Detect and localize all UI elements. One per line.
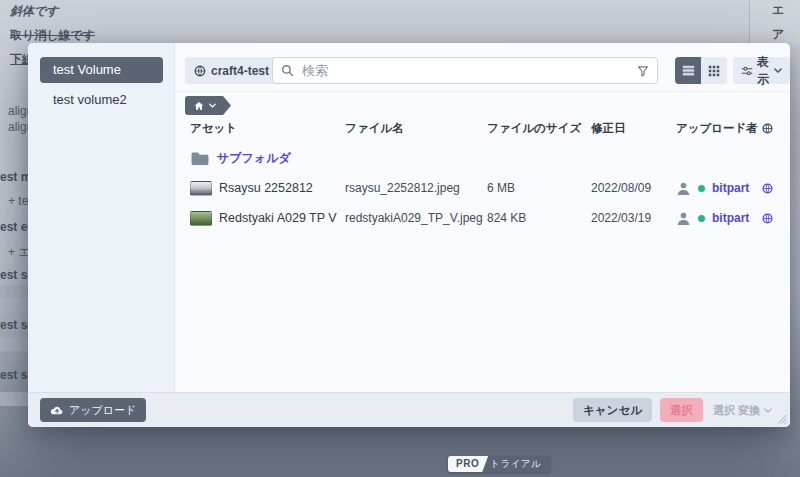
folder-icon [190,151,210,166]
asset-thumbnail [190,211,212,226]
asset-filename: redstyakiA029_TP_V.jpeg [345,211,487,225]
chevron-down-icon [209,103,216,108]
table-header-row: アセット ファイル名 ファイルのサイズ 修正日 アップロード者 [175,115,790,141]
source-select-label: craft4-test [211,64,269,78]
home-icon [194,101,204,111]
filter-icon[interactable] [637,65,649,77]
chevron-down-icon [764,408,772,413]
user-avatar-icon [676,181,691,196]
bg-strikethrough-sample: 取り消し線です [10,27,95,44]
globe-icon[interactable] [762,183,790,194]
resize-handle[interactable] [778,415,787,424]
asset-filesize: 6 MB [487,181,591,195]
col-header-filesize[interactable]: ファイルのサイズ [487,121,591,136]
col-header-globe-icon[interactable] [762,123,790,134]
col-header-modified[interactable]: 修正日 [591,121,676,136]
chevron-down-icon [774,68,782,73]
table-row-subfolder[interactable]: サブフォルダ [175,143,790,173]
col-header-uploader[interactable]: アップロード者 [676,121,762,136]
cancel-button[interactable]: キャンセル [573,398,652,422]
sliders-icon [741,65,753,77]
select-button[interactable]: 選択 [660,398,703,422]
asset-thumbnail [190,181,212,196]
status-dot [698,215,705,222]
col-header-asset[interactable]: アセット [190,121,345,136]
edition-pro-label: PRO [448,456,488,472]
asset-modified-date: 2022/08/09 [591,181,676,195]
toolbar-divider [175,91,790,92]
bg-divider [749,0,750,43]
view-options-label: 表示 [757,54,770,88]
col-header-filename[interactable]: ファイル名 [345,121,487,136]
subfolder-link[interactable]: サブフォルダ [217,150,291,167]
asset-browser-main: craft4-test [175,43,790,393]
modal-footer: アップロード キャンセル 選択 選択 変換 [28,392,790,427]
bg-fragment: ア [772,26,784,43]
grid-view-icon [708,65,720,77]
uploader-link[interactable]: bitpart [712,181,749,195]
asset-filesize: 824 KB [487,211,591,225]
upload-button[interactable]: アップロード [40,398,146,422]
table-row-asset[interactable]: Rsaysu 2252812 rsaysu_2252812.jpeg 6 MB … [175,173,790,203]
volume-sidebar: test Volume test volume2 [28,43,175,393]
asset-title[interactable]: Rsaysu 2252812 [219,181,313,195]
edition-trial-label: トライアル [488,456,550,472]
user-avatar-icon [676,211,691,226]
list-view-button[interactable] [675,57,701,84]
sidebar-item-test-volume2[interactable]: test volume2 [53,92,127,107]
select-transform-label: 選択 変換 [713,403,760,418]
status-dot [698,185,705,192]
asset-title[interactable]: Redstyaki A029 TP V [219,211,337,225]
view-mode-toggle [675,57,727,84]
search-input[interactable] [300,62,631,79]
breadcrumb[interactable] [185,96,231,115]
grid-view-button[interactable] [701,57,727,84]
search-icon [281,64,294,77]
upload-button-label: アップロード [69,403,136,418]
search-field [272,57,658,84]
globe-icon[interactable] [762,213,790,224]
cloud-upload-icon [50,405,63,415]
bg-italic-sample: 斜体です [10,3,59,20]
uploader-link[interactable]: bitpart [712,211,749,225]
bg-fragment: エ [772,2,784,19]
sidebar-item-test-volume[interactable]: test Volume [40,57,163,83]
list-view-icon [682,64,695,77]
view-options-button[interactable]: 表示 [733,57,790,84]
globe-icon [194,65,206,77]
table-row-asset[interactable]: Redstyaki A029 TP V redstyakiA029_TP_V.j… [175,203,790,233]
asset-select-modal: test Volume test volume2 craft4-test [28,43,790,427]
asset-filename: rsaysu_2252812.jpeg [345,181,487,195]
edition-badge: PRO トライアル [448,456,550,472]
asset-modified-date: 2022/03/19 [591,211,676,225]
select-transform-button[interactable]: 選択 変換 [711,403,774,418]
